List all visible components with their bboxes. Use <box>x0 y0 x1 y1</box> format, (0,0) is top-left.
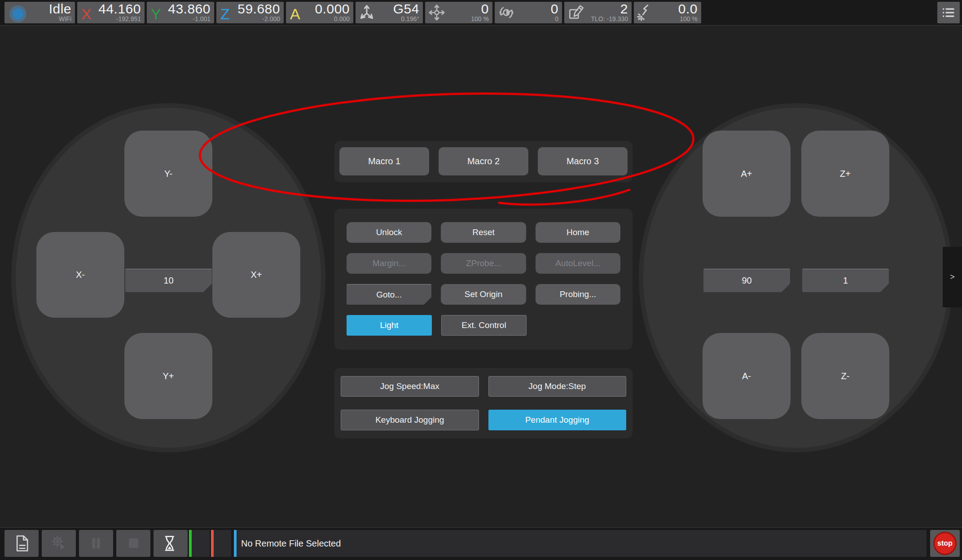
macro-2-button[interactable]: Macro 2 <box>439 147 528 175</box>
control-row-3: Goto... Set Origin Probing... <box>347 284 620 305</box>
jog-y-minus-button[interactable]: Y- <box>124 131 212 217</box>
jog-z-minus-button[interactable]: Z- <box>801 333 889 419</box>
axis-x-value: 44.160 <box>98 1 141 17</box>
ext-control-toggle[interactable]: Ext. Control <box>441 315 527 336</box>
axis-a-value: 0.000 <box>315 1 350 17</box>
spindle-value: 0 <box>551 1 558 17</box>
stop-square-icon <box>123 534 143 553</box>
spindle-cell[interactable]: 0 0 <box>495 2 562 23</box>
laser-icon <box>636 3 655 22</box>
jog-a-plus-button[interactable]: A+ <box>703 131 791 217</box>
spindle-sub: 0 <box>555 15 558 22</box>
tool-tlo: TLO: -19.330 <box>591 15 628 22</box>
light-toggle[interactable]: Light <box>347 315 432 336</box>
axis-z-machine-value: -2.000 <box>262 15 280 22</box>
main-menu-button[interactable] <box>937 2 960 23</box>
network-label: WiFi <box>59 15 71 22</box>
bottom-toolbar: No Remote File Selected stop <box>0 527 962 560</box>
reset-button[interactable]: Reset <box>441 222 526 243</box>
zprobe-button: ZProbe... <box>441 253 526 274</box>
side-flyout-handle[interactable]: > <box>943 247 962 307</box>
jog-mode-button[interactable]: Jog Mode:Step <box>488 376 627 397</box>
laser-percent: 100 % <box>680 15 698 22</box>
jog-row-2: Keyboard Jogging Pendant Jogging <box>341 410 626 430</box>
file-icon <box>12 534 31 553</box>
cnc-controller-screen: Idle WiFi X 44.160 -192.951 Y 43.860 -1.… <box>0 0 962 560</box>
hourglass-icon <box>161 534 180 553</box>
blue-indicator-bar <box>234 530 237 557</box>
goto-button[interactable]: Goto... <box>347 284 431 305</box>
axis-y-machine-value: -1.001 <box>193 15 211 22</box>
axis-a-machine-value: 0.000 <box>334 15 350 22</box>
status-bar: Idle WiFi X 44.160 -192.951 Y 43.860 -1.… <box>0 0 962 26</box>
jog-speed-button[interactable]: Jog Speed:Max <box>341 376 479 397</box>
emergency-stop-label: stop <box>933 532 957 555</box>
jog-x-minus-button[interactable]: X- <box>36 232 124 318</box>
pause-icon <box>86 534 106 553</box>
machine-status-cell[interactable]: Idle WiFi <box>4 2 75 23</box>
keyboard-jogging-toggle[interactable]: Keyboard Jogging <box>341 410 479 430</box>
feed-percent: 100 % <box>471 15 489 22</box>
autolevel-button: AutoLevel... <box>536 253 620 274</box>
dro-y-cell[interactable]: Y 43.860 -1.001 <box>147 2 214 23</box>
macro-1-button[interactable]: Macro 1 <box>339 147 429 175</box>
dro-x-cell[interactable]: X 44.160 -192.951 <box>77 2 145 23</box>
axis-a-label: A <box>290 5 300 23</box>
margin-button: Margin... <box>347 253 431 274</box>
jog-y-plus-button[interactable]: Y+ <box>124 333 212 419</box>
tool-cell[interactable]: 2 TLO: -19.330 <box>564 2 632 23</box>
control-panel: Unlock Reset Home Margin... ZProbe... Au… <box>334 209 633 350</box>
jog-row-1: Jog Speed:Max Jog Mode:Step <box>341 376 626 397</box>
dro-z-cell[interactable]: Z 59.680 -2.000 <box>216 2 284 23</box>
jog-move-icon <box>427 3 446 22</box>
indicator-segment-2 <box>211 530 231 557</box>
stop-job-button <box>116 530 150 557</box>
machine-state: Idle <box>49 1 71 17</box>
laser-cell[interactable]: 0.0 100 % <box>634 2 701 23</box>
indicator-segment-1 <box>189 530 210 557</box>
set-origin-button[interactable]: Set Origin <box>441 284 526 305</box>
axis-y-label: Y <box>151 5 161 23</box>
gear-play-icon <box>49 534 69 553</box>
feed-value: 0 <box>481 1 489 17</box>
probing-button[interactable]: Probing... <box>536 284 620 305</box>
home-button[interactable]: Home <box>536 222 620 243</box>
file-open-button[interactable] <box>4 530 39 557</box>
wcs-cell[interactable]: G54 0.196° <box>356 2 423 23</box>
xy-step-value[interactable]: 10 <box>125 269 212 292</box>
wcs-rotation: 0.196° <box>401 15 419 22</box>
tool-number: 2 <box>620 1 628 17</box>
macro-panel: Macro 1 Macro 2 Macro 3 <box>334 141 633 182</box>
coordinate-system-icon <box>358 3 377 22</box>
axis-x-machine-value: -192.951 <box>116 15 141 22</box>
macro-3-button[interactable]: Macro 3 <box>538 147 628 175</box>
pause-button <box>79 530 113 557</box>
pendant-jogging-toggle[interactable]: Pendant Jogging <box>488 410 627 430</box>
connection-status-icon <box>8 4 28 23</box>
axis-y-value: 43.860 <box>168 1 211 17</box>
emergency-stop-button[interactable]: stop <box>930 530 960 557</box>
wcs-value: G54 <box>393 1 419 17</box>
dro-a-cell[interactable]: A 0.000 0.000 <box>286 2 353 23</box>
run-job-button <box>42 530 76 557</box>
job-timer-button[interactable] <box>154 530 188 557</box>
laser-value: 0.0 <box>678 1 698 17</box>
control-row-2: Margin... ZProbe... AutoLevel... <box>347 253 620 274</box>
remote-file-status-strip: No Remote File Selected <box>234 530 927 557</box>
axis-z-value: 59.680 <box>237 1 280 17</box>
axis-x-label: X <box>81 5 92 23</box>
feed-override-cell[interactable]: 0 100 % <box>425 2 492 23</box>
jog-a-minus-button[interactable]: A- <box>703 333 791 419</box>
jog-x-plus-button[interactable]: X+ <box>212 232 300 318</box>
a-step-value[interactable]: 90 <box>703 269 790 292</box>
jog-z-plus-button[interactable]: Z+ <box>801 131 889 217</box>
az-jog-pad <box>639 103 953 452</box>
tool-edit-icon <box>567 3 585 22</box>
spindle-rotation-icon <box>497 3 516 22</box>
z-step-value[interactable]: 1 <box>802 269 889 292</box>
unlock-button[interactable]: Unlock <box>347 222 431 243</box>
list-menu-icon <box>940 4 958 22</box>
red-indicator-bar <box>211 530 214 557</box>
control-row-4: Light Ext. Control <box>347 315 620 336</box>
remote-file-status-message: No Remote File Selected <box>241 530 341 557</box>
